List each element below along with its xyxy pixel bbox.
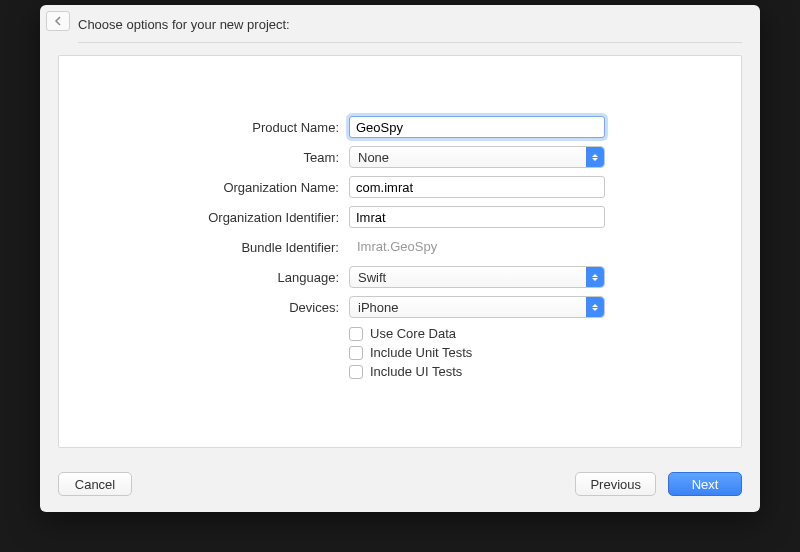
- language-select[interactable]: Swift: [349, 266, 605, 288]
- form-panel: Product Name: Team: None Organization Na…: [58, 55, 742, 448]
- cancel-button[interactable]: Cancel: [58, 472, 132, 496]
- devices-label: Devices:: [59, 300, 349, 315]
- new-project-dialog: Choose options for your new project: Pro…: [40, 5, 760, 512]
- include-ui-tests-row[interactable]: Include UI Tests: [349, 364, 605, 379]
- org-identifier-label: Organization Identifier:: [59, 210, 349, 225]
- use-core-data-row[interactable]: Use Core Data: [349, 326, 605, 341]
- content-area: Product Name: Team: None Organization Na…: [40, 43, 760, 460]
- devices-select-value: iPhone: [358, 300, 398, 315]
- product-name-input[interactable]: [349, 116, 605, 138]
- org-name-label: Organization Name:: [59, 180, 349, 195]
- team-select-value: None: [358, 150, 389, 165]
- include-unit-tests-row[interactable]: Include Unit Tests: [349, 345, 605, 360]
- bundle-identifier-value: Imrat.GeoSpy: [349, 236, 605, 258]
- dialog-footer: Cancel Previous Next: [40, 460, 760, 512]
- divider: [78, 42, 742, 43]
- language-label: Language:: [59, 270, 349, 285]
- dialog-header: Choose options for your new project:: [40, 5, 760, 43]
- previous-button[interactable]: Previous: [575, 472, 656, 496]
- team-select[interactable]: None: [349, 146, 605, 168]
- chevron-updown-icon: [586, 147, 604, 167]
- product-name-label: Product Name:: [59, 120, 349, 135]
- org-name-input[interactable]: [349, 176, 605, 198]
- bundle-identifier-label: Bundle Identifier:: [59, 240, 349, 255]
- chevron-updown-icon: [586, 297, 604, 317]
- checkbox-icon: [349, 327, 363, 341]
- breadcrumb-back-icon[interactable]: [46, 11, 70, 31]
- dialog-title: Choose options for your new project:: [78, 17, 290, 32]
- checkbox-icon: [349, 365, 363, 379]
- team-label: Team:: [59, 150, 349, 165]
- devices-select[interactable]: iPhone: [349, 296, 605, 318]
- language-select-value: Swift: [358, 270, 386, 285]
- include-unit-tests-label: Include Unit Tests: [370, 345, 472, 360]
- checkbox-icon: [349, 346, 363, 360]
- next-button[interactable]: Next: [668, 472, 742, 496]
- use-core-data-label: Use Core Data: [370, 326, 456, 341]
- include-ui-tests-label: Include UI Tests: [370, 364, 462, 379]
- chevron-updown-icon: [586, 267, 604, 287]
- org-identifier-input[interactable]: [349, 206, 605, 228]
